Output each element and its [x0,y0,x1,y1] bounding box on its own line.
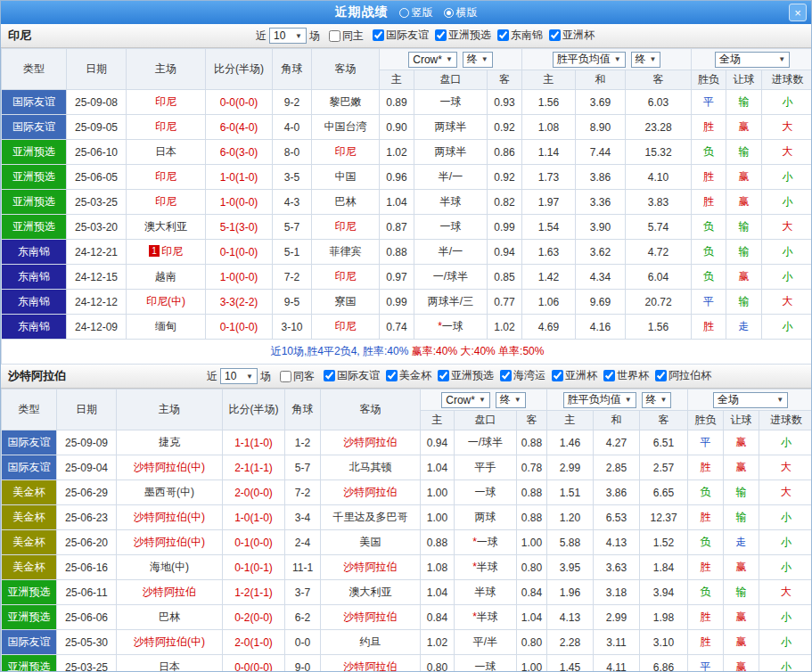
date-cell: 25-09-08 [67,90,127,115]
league-filter-美金杯[interactable]: 美金杯 [386,368,431,383]
sub-header-goals-result: 进球数 [762,70,812,90]
league-filter-亚洲杯[interactable]: 亚洲杯 [552,368,597,383]
final-avg-select[interactable]: 终▼ [631,52,661,68]
league-label: 亚洲预选 [448,28,491,43]
corners-cell: 2-4 [285,530,321,555]
sub-header-avg-home: 主 [522,70,576,90]
avg-home-cell: 2.99 [547,455,594,480]
home-team-cell: 印尼(中) [127,290,206,315]
close-button[interactable]: × [789,4,807,21]
scope-select[interactable]: 全场▼ [715,52,790,68]
league-type-cell: 国际友谊 [2,115,67,140]
corners-cell: 4-0 [273,115,312,140]
league-filter-东南锦[interactable]: 东南锦 [497,28,543,43]
scope-select[interactable]: 全场▼ [713,392,788,408]
section-bar: 印尼 近 10 ▼ 场 同主 国际友谊亚洲预选东南锦亚洲杯 [1,24,811,48]
date-cell: 25-09-09 [57,430,117,455]
league-filter-国际友谊[interactable]: 国际友谊 [373,28,429,43]
avg-home-cell: 2.28 [547,630,594,655]
recent-count-value: 10 [225,370,236,382]
match-row: 国际友谊25-09-05印尼6-0(4-0)4-0中国台湾0.90两球半0.92… [2,115,812,140]
league-checkbox[interactable] [435,29,447,41]
corners-cell: 5-1 [273,240,312,265]
handicap-cell: 一球 [455,480,517,505]
handicap-cell: 一球 [414,90,488,115]
match-row: 亚洲预选25-06-10日本6-0(3-0)8-0印尼1.02两球半0.861.… [2,140,812,165]
date-cell: 25-03-20 [67,215,127,240]
league-filter-亚洲预选[interactable]: 亚洲预选 [438,368,494,383]
league-label: 国际友谊 [386,28,429,43]
avg-home-cell: 1.63 [522,240,576,265]
score-cell: 0-1(0-0) [206,240,273,265]
away-odds-cell: 0.88 [517,505,547,530]
radio-label-vertical: 竖版 [412,5,433,20]
league-checkbox[interactable] [438,370,449,381]
home-team-cell: 印尼 [127,165,206,190]
league-filter-阿拉伯杯[interactable]: 阿拉伯杯 [655,368,711,383]
col-header-date: 日期 [67,49,127,90]
league-checkbox[interactable] [603,370,615,381]
league-filter-亚洲预选[interactable]: 亚洲预选 [435,28,491,43]
league-checkbox[interactable] [386,370,398,381]
league-filter-group: 国际友谊美金杯亚洲预选海湾运亚洲杯世界杯阿拉伯杯 [317,368,711,384]
league-filter-海湾运[interactable]: 海湾运 [500,368,545,383]
avg-home-cell: 1.20 [547,505,594,530]
goals-result-cell: 小 [759,605,812,630]
recent-count-select[interactable]: 10 ▼ [269,28,307,44]
layout-option-vertical[interactable]: 竖版 [399,5,433,20]
result-cell: 胜 [688,630,724,655]
league-filter-国际友谊[interactable]: 国际友谊 [324,368,380,383]
league-filter-亚洲杯[interactable]: 亚洲杯 [549,28,595,43]
same-venue-filter[interactable]: 同客 [280,369,315,384]
odds-source-select[interactable]: Crow*▼ [408,52,457,68]
avg-odds-select[interactable]: 胜平负均值▼ [553,52,626,68]
same-venue-checkbox[interactable] [329,30,340,42]
odds-source-select[interactable]: Crow*▼ [441,392,490,408]
recent-count-select[interactable]: 10 ▼ [220,368,258,384]
col-header-home: 主场 [117,389,223,430]
away-odds-cell: 0.92 [488,165,522,190]
corners-cell: 9-0 [285,655,321,672]
away-team-cell: 菲律宾 [312,240,380,265]
league-type-cell: 亚洲预选 [2,165,67,190]
avg-odds-value: 胜平负均值 [568,392,621,407]
league-checkbox[interactable] [655,370,667,381]
same-venue-filter[interactable]: 同主 [329,29,364,44]
result-cell: 胜 [692,115,726,140]
final-avg-select[interactable]: 终▼ [642,392,672,408]
avg-draw-cell: 2.99 [594,605,640,630]
league-label: 国际友谊 [337,368,380,383]
final-odds-select[interactable]: 终▼ [496,392,526,408]
away-team-cell: 沙特阿拉伯 [321,430,421,455]
handicap-result-cell: 输 [724,580,759,605]
sub-header-avg-draw: 和 [594,411,640,430]
home-odds-cell: 0.87 [380,215,414,240]
league-filter-世界杯[interactable]: 世界杯 [603,368,649,383]
away-team-cell: 沙特阿拉伯 [321,605,421,630]
league-checkbox[interactable] [324,370,335,381]
league-checkbox[interactable] [497,29,509,41]
avg-draw-cell: 4.11 [594,655,640,672]
league-checkbox[interactable] [500,370,512,381]
col-header-type: 类型 [2,49,67,90]
avg-away-cell: 23.28 [626,115,692,140]
score-cell: 2-0(1-0) [223,630,285,655]
league-checkbox[interactable] [552,370,563,381]
date-cell: 25-06-10 [67,140,127,165]
league-checkbox[interactable] [549,29,561,41]
result-cell: 胜 [688,455,724,480]
layout-option-horizontal[interactable]: 横版 [444,5,478,20]
league-type-cell: 亚洲预选 [2,190,67,215]
league-checkbox[interactable] [373,29,384,41]
chevron-down-icon: ▼ [514,396,521,404]
avg-odds-select[interactable]: 胜平负均值▼ [563,392,636,408]
goals-result-cell: 小 [759,530,812,555]
team-name: 沙特阿拉伯 [8,368,66,384]
same-venue-checkbox[interactable] [280,371,291,382]
match-row: 东南锦24-12-12印尼(中)3-3(2-2)9-5寮国0.99两球半/三0.… [2,290,812,315]
final-odds-select[interactable]: 终▼ [463,52,493,68]
league-label: 海湾运 [513,368,545,383]
corners-cell: 1-2 [285,430,321,455]
final-avg-value: 终 [636,52,646,67]
col-header-corners: 角球 [285,389,321,430]
